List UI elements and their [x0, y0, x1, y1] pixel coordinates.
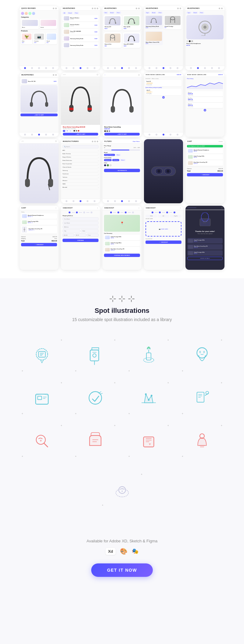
- phone-order-thanks: Thanks for your order! Your order has be…: [185, 206, 224, 270]
- svg-rect-10: [156, 22, 157, 23]
- svg-point-4: [110, 34, 115, 38]
- illus-cell-6: [69, 377, 122, 420]
- ph-filters-title: FILTERS: [104, 140, 112, 142]
- illus-cell-4: [175, 334, 229, 377]
- illus-cell-9: [15, 420, 69, 462]
- order-details-btn[interactable]: ORDER DETAILS: [187, 257, 223, 260]
- illus-cell-13: [95, 469, 149, 511]
- svg-rect-50: [146, 353, 151, 360]
- add-to-cart-btn-r2-3[interactable]: + ADD TO CART: [104, 133, 140, 136]
- svg-point-33: [157, 170, 160, 173]
- illus-cell-3: [122, 334, 175, 377]
- add-to-cart-btn-r2-1[interactable]: + ADD TO CART: [20, 114, 58, 116]
- svg-rect-19: [30, 102, 33, 107]
- categories-label: Categories: [21, 16, 57, 18]
- svg-rect-30: [151, 167, 176, 176]
- illus-cell-12: [175, 420, 229, 462]
- phone-detail-5: HEADPHONES TypeBrandPrice: [185, 6, 224, 70]
- illus-cell-11: [122, 420, 175, 462]
- checkout-final-btn[interactable]: 🛒 CHECKOUT: [145, 241, 181, 244]
- figma-logo: 🎭: [132, 548, 138, 555]
- svg-point-16: [203, 26, 206, 29]
- svg-point-61: [148, 399, 150, 401]
- mockup-row-3: MANUFACTURERS 🔍 Search... AKG› Audio Tec…: [5, 139, 239, 203]
- svg-rect-23: [69, 108, 74, 110]
- svg-point-59: [89, 392, 102, 404]
- svg-rect-1: [115, 22, 116, 24]
- svg-point-62: [151, 395, 152, 396]
- phone-r2-5: Bose Noise Cancelling $249.99 Price hist…: [185, 73, 224, 137]
- illus-cell-10: [69, 420, 122, 462]
- phone-filters: FILTERS Clear Filters Price Range $0$300…: [102, 139, 142, 203]
- ph-r2-title-4: Bose Noise Cancelling: [146, 74, 165, 75]
- ph-title-3: HEADPHONES: [104, 7, 117, 9]
- cta-section: Available for Adobe XD, Sketch & Figma X…: [0, 530, 244, 592]
- illustrations-grid: [15, 334, 229, 462]
- phone-r2-1: HEADPHONES Bose NC 700$299 + ADD TO: [20, 73, 59, 137]
- svg-rect-26: [129, 106, 134, 113]
- ph-r2-title-1: HEADPHONES: [21, 74, 34, 76]
- illus-cell-8: [175, 377, 229, 420]
- svg-line-65: [205, 393, 208, 396]
- svg-point-78: [116, 489, 128, 497]
- svg-rect-9: [151, 22, 152, 23]
- phone-vr-dark: [144, 139, 183, 203]
- phone-manufacturers: MANUFACTURERS 🔍 Search... AKG› Audio Tec…: [61, 139, 100, 203]
- phone-headphones-list-1: HEADPHONES AllBrandPrice Bang & Olufsen★…: [61, 6, 100, 70]
- phone-r2-3: ← Bose Noise Cancelling $299.99 + ADD TO…: [102, 73, 142, 137]
- section-title: Spot illustrations: [12, 307, 232, 315]
- section-subtitle: 15 customizable spot illustration includ…: [12, 317, 232, 322]
- continue-btn[interactable]: CONTINUE: [63, 239, 99, 242]
- svg-rect-7: [128, 40, 129, 41]
- add-to-cart-btn-r2-2[interactable]: + ADD TO CART: [63, 133, 98, 136]
- phone-checkout-map: CHECKOUT ⋮ 📍 Cart Summary Grade Prestige…: [102, 206, 142, 270]
- svg-point-11: [170, 17, 175, 20]
- continue-payment-btn[interactable]: CONTINUE WITH PAYMENT: [104, 254, 140, 257]
- svg-point-54: [203, 351, 205, 353]
- xd-logo: Xd: [106, 548, 116, 555]
- svg-rect-46: [90, 350, 99, 361]
- products-label: Products: [21, 30, 57, 32]
- mockup-section: Quick Reviews Categories Music Studio: [0, 0, 244, 278]
- all-products-btn[interactable]: ≡ All PRODUCTS: [104, 169, 140, 172]
- ph-checkout-title-3: CHECKOUT: [146, 207, 156, 209]
- mockup-row-1: Quick Reviews Categories Music Studio: [5, 6, 239, 70]
- ph-title-1: Quick Reviews: [21, 7, 36, 9]
- svg-rect-3: [134, 22, 135, 24]
- svg-point-53: [199, 351, 201, 353]
- phone-cart-r4: CART ⋮ 3 items Marshal Bluetooth Headpho…: [20, 206, 59, 270]
- illustrations-section: ⊹ ⊹ ⊹ Spot illustrations 15 customizable…: [0, 278, 244, 530]
- svg-point-52: [197, 348, 207, 358]
- available-label: Available for Adobe XD, Sketch & Figma: [12, 539, 232, 543]
- phone-scan-card: CHECKOUT ⋮ VISA MC PayPal USE: [144, 206, 183, 270]
- ph-title-4: HEADPHONES: [146, 7, 158, 9]
- phone-detail-4: HEADPHONES TypeBrandPrice Samsung Galaxy…: [144, 6, 183, 70]
- ph-checkout-title-1: CHECKOUT: [63, 207, 73, 209]
- cat-item: Music: [22, 27, 38, 28]
- ph-title-2: HEADPHONES: [63, 7, 75, 9]
- phone-cart-r3: CART 3 items Free shipping on orders ove…: [185, 139, 224, 203]
- phone-r2-4: Bose Noise Cancelling $249.99 ★★★★☆ Writ…: [144, 73, 183, 137]
- svg-point-34: [167, 170, 170, 173]
- get-it-now-button[interactable]: GET IT NOW: [91, 563, 153, 577]
- cat-item-2: Studio: [41, 27, 56, 28]
- svg-rect-0: [109, 22, 110, 24]
- svg-rect-25: [111, 106, 115, 113]
- illus-cell-5: [15, 377, 69, 420]
- svg-point-60: [145, 393, 147, 395]
- checkout-btn-r4[interactable]: 🛒 CHECKOUT: [21, 243, 57, 246]
- ph-title-5: HEADPHONES: [187, 7, 199, 9]
- svg-rect-37: [200, 219, 210, 226]
- phone-quick-reviews: Quick Reviews Categories Music Studio: [20, 6, 59, 70]
- phone-r2-2: Bose Noise Cancelling $319.99 The Bose N…: [61, 73, 100, 137]
- ph-r2-title-5: Bose Noise Cancelling: [187, 74, 206, 75]
- checkout-btn-r3[interactable]: 🛒 CHECKOUT: [187, 173, 223, 176]
- ph-mfr-title: MANUFACTURERS: [63, 140, 79, 142]
- svg-rect-2: [128, 22, 129, 24]
- ph-cart-r4-title: CART: [21, 207, 26, 209]
- phone-checkout-form: CHECKOUT ⋮ Shipping Address First Name L…: [61, 206, 100, 270]
- ph-checkout-title-2: CHECKOUT: [104, 207, 114, 209]
- svg-point-47: [93, 353, 96, 357]
- svg-point-71: [40, 440, 42, 441]
- illus-cell-2: [69, 334, 122, 377]
